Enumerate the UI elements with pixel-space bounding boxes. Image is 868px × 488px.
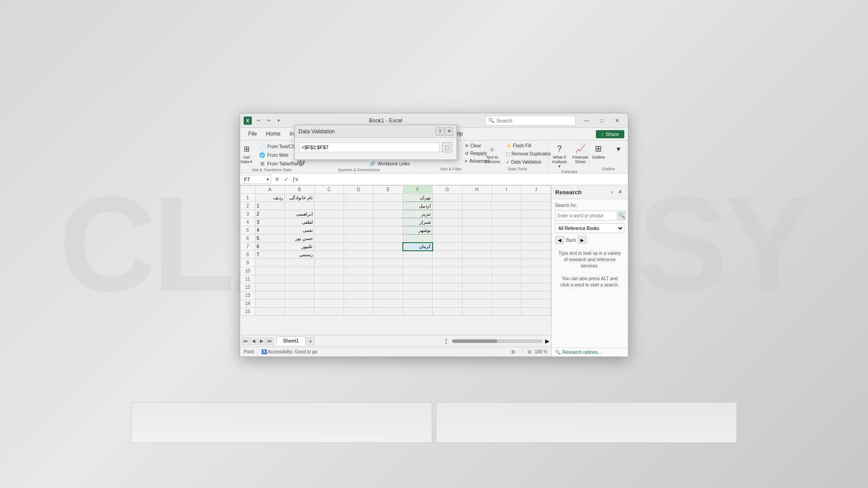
cell-C15[interactable] xyxy=(314,308,344,316)
cell-G1[interactable] xyxy=(433,194,462,202)
research-back-button[interactable]: ◀ xyxy=(555,236,564,244)
cell-H13[interactable] xyxy=(462,291,491,300)
cell-F5[interactable]: بوشهر xyxy=(403,226,432,235)
cell-J2[interactable] xyxy=(521,202,551,210)
scroll-options-icon[interactable]: ⋮ xyxy=(443,338,449,345)
row-header-15[interactable]: 15 xyxy=(241,308,255,316)
cell-J1[interactable] xyxy=(521,194,551,202)
cell-F10[interactable] xyxy=(403,267,432,275)
cell-D12[interactable] xyxy=(344,283,373,291)
cell-C5[interactable] xyxy=(314,226,344,235)
formula-function-button[interactable]: ƒx xyxy=(291,175,299,183)
cell-F6[interactable] xyxy=(403,235,432,243)
cell-G3[interactable] xyxy=(433,210,462,218)
dialog-help-button[interactable]: ? xyxy=(436,127,444,136)
dialog-close-button[interactable]: ✕ xyxy=(445,127,453,136)
cell-C13[interactable] xyxy=(314,291,344,300)
cell-E4[interactable] xyxy=(373,218,403,226)
cell-I6[interactable] xyxy=(492,235,521,243)
cell-J3[interactable] xyxy=(521,210,551,218)
sheet-nav-last[interactable]: ⏭ xyxy=(266,338,274,345)
cell-J4[interactable] xyxy=(521,218,551,226)
cell-I8[interactable] xyxy=(492,251,521,259)
cell-D4[interactable] xyxy=(344,218,373,226)
row-header-14[interactable]: 14 xyxy=(241,300,255,308)
row-header-7[interactable]: 7 xyxy=(241,243,255,251)
name-box-dropdown[interactable]: ▾ xyxy=(267,177,269,182)
cell-I7[interactable] xyxy=(492,243,521,251)
row-header-3[interactable]: 3 xyxy=(241,210,255,218)
close-button[interactable]: ✕ xyxy=(610,115,624,126)
cell-H1[interactable] xyxy=(462,194,491,202)
dialog-collapse-button[interactable]: ⬚ xyxy=(442,142,452,152)
cell-I9[interactable] xyxy=(492,259,521,267)
cell-F11[interactable] xyxy=(403,275,432,283)
row-header-8[interactable]: 8 xyxy=(241,251,255,259)
minimize-button[interactable]: — xyxy=(579,115,594,126)
cell-G7[interactable] xyxy=(433,243,462,251)
cell-J6[interactable] xyxy=(521,235,551,243)
cell-B1[interactable]: نام خانوادگی xyxy=(285,194,314,202)
cell-I3[interactable] xyxy=(492,210,521,218)
cell-H11[interactable] xyxy=(462,275,491,283)
cell-G8[interactable] xyxy=(433,251,462,259)
cell-H5[interactable] xyxy=(462,226,491,235)
cell-C8[interactable] xyxy=(314,251,344,259)
cell-F12[interactable] xyxy=(403,283,432,291)
cell-C3[interactable] xyxy=(314,210,344,218)
cell-I11[interactable] xyxy=(492,275,521,283)
cell-G5[interactable] xyxy=(433,226,462,235)
text-to-columns-button[interactable]: ⬦ Text toColumns xyxy=(482,142,502,165)
cell-E12[interactable] xyxy=(373,283,403,291)
qat-dropdown[interactable]: ▾ xyxy=(274,117,283,125)
share-button[interactable]: ↑ Share xyxy=(596,130,624,138)
row-header-4[interactable]: 4 xyxy=(241,218,255,226)
cell-A12[interactable] xyxy=(255,283,284,291)
cell-I1[interactable] xyxy=(492,194,521,202)
cell-C6[interactable] xyxy=(314,235,344,243)
row-header-9[interactable]: 9 xyxy=(241,259,255,267)
cell-J11[interactable] xyxy=(521,275,551,283)
cell-D13[interactable] xyxy=(344,291,373,300)
cell-B2[interactable] xyxy=(285,202,314,210)
cell-B5[interactable]: نعمی xyxy=(285,226,314,235)
cell-J10[interactable] xyxy=(521,267,551,275)
cell-J14[interactable] xyxy=(521,300,551,308)
research-collapse-button[interactable]: › xyxy=(608,188,616,196)
cell-B11[interactable] xyxy=(285,275,314,283)
cell-C11[interactable] xyxy=(314,275,344,283)
cell-H3[interactable] xyxy=(462,210,491,218)
cell-B4[interactable]: لطفی xyxy=(285,218,314,226)
cell-H2[interactable] xyxy=(462,202,491,210)
cell-B13[interactable] xyxy=(285,291,314,300)
data-validation-dialog[interactable]: Data Validation ? ✕ ⬚ xyxy=(294,125,457,160)
cell-B14[interactable] xyxy=(285,300,314,308)
sheet-tab-sheet1[interactable]: Sheet1 xyxy=(276,337,306,345)
scroll-right-icon[interactable]: ▶ xyxy=(545,338,549,344)
cell-A6[interactable]: 5 xyxy=(255,235,284,243)
cell-C14[interactable] xyxy=(314,300,344,308)
cell-I13[interactable] xyxy=(492,291,521,300)
cell-B9[interactable] xyxy=(285,259,314,267)
cell-I5[interactable] xyxy=(492,226,521,235)
add-sheet-button[interactable]: + xyxy=(307,337,315,345)
cell-E8[interactable] xyxy=(373,251,403,259)
cell-H8[interactable] xyxy=(462,251,491,259)
cell-H4[interactable] xyxy=(462,218,491,226)
cell-F15[interactable] xyxy=(403,308,432,316)
cell-E15[interactable] xyxy=(373,308,403,316)
cell-E1[interactable] xyxy=(373,194,403,202)
undo-button[interactable]: ↩ xyxy=(255,117,263,125)
col-header-F[interactable]: F xyxy=(403,186,432,194)
research-search-input[interactable] xyxy=(555,211,617,221)
title-search-box[interactable]: 🔍 xyxy=(485,116,576,126)
col-header-C[interactable]: C xyxy=(314,186,344,194)
cell-E2[interactable] xyxy=(373,202,403,210)
research-options-button[interactable]: 🔍 Research options... xyxy=(552,347,628,357)
tab-file[interactable]: File xyxy=(244,128,261,140)
cell-A8[interactable]: 7 xyxy=(255,251,284,259)
cell-H14[interactable] xyxy=(462,300,491,308)
cell-H10[interactable] xyxy=(462,267,491,275)
col-header-H[interactable]: H xyxy=(462,186,491,194)
cell-F13[interactable] xyxy=(403,291,432,300)
